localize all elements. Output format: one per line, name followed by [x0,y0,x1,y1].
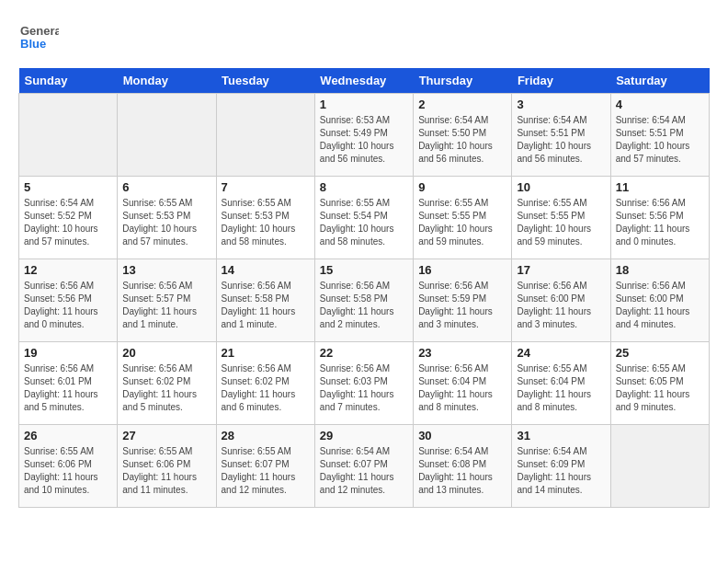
calendar-day-cell: 11Sunrise: 6:56 AM Sunset: 5:56 PM Dayli… [610,177,709,259]
day-number: 4 [616,98,704,111]
day-number: 6 [122,180,210,194]
day-info: Sunrise: 6:56 AM Sunset: 6:01 PM Dayligh… [24,362,112,414]
svg-text:General: General [20,24,59,38]
day-info: Sunrise: 6:55 AM Sunset: 6:06 PM Dayligh… [122,445,210,497]
header: General Blue [18,18,710,59]
calendar-day-cell: 13Sunrise: 6:56 AM Sunset: 5:57 PM Dayli… [118,259,216,342]
day-info: Sunrise: 6:54 AM Sunset: 6:07 PM Dayligh… [320,445,408,497]
calendar-day-cell: 5Sunrise: 6:54 AM Sunset: 5:52 PM Daylig… [19,177,118,259]
calendar-day-cell [216,94,314,177]
day-info: Sunrise: 6:54 AM Sunset: 6:08 PM Dayligh… [418,445,506,497]
calendar-table: SundayMondayTuesdayWednesdayThursdayFrid… [18,68,710,508]
calendar-week-row: 1Sunrise: 6:53 AM Sunset: 5:49 PM Daylig… [19,94,710,177]
day-number: 11 [616,180,704,194]
day-info: Sunrise: 6:54 AM Sunset: 5:52 PM Dayligh… [24,197,112,248]
day-number: 18 [616,263,704,277]
day-info: Sunrise: 6:56 AM Sunset: 5:59 PM Dayligh… [418,280,506,331]
day-info: Sunrise: 6:55 AM Sunset: 6:07 PM Dayligh… [222,445,310,497]
calendar-day-cell: 17Sunrise: 6:56 AM Sunset: 6:00 PM Dayli… [512,259,610,342]
calendar-day-cell: 28Sunrise: 6:55 AM Sunset: 6:07 PM Dayli… [216,425,314,508]
calendar-day-cell: 7Sunrise: 6:55 AM Sunset: 5:53 PM Daylig… [216,177,314,259]
day-info: Sunrise: 6:56 AM Sunset: 6:04 PM Dayligh… [418,362,506,414]
day-of-week-header: Friday [512,68,610,94]
day-info: Sunrise: 6:56 AM Sunset: 5:56 PM Dayligh… [24,280,112,331]
day-of-week-header: Monday [118,68,216,94]
calendar-day-cell: 22Sunrise: 6:56 AM Sunset: 6:03 PM Dayli… [314,342,413,425]
day-info: Sunrise: 6:54 AM Sunset: 5:51 PM Dayligh… [517,114,605,166]
day-number: 28 [222,429,310,442]
day-of-week-header: Sunday [19,68,118,94]
day-of-week-header: Thursday [414,68,512,94]
day-info: Sunrise: 6:54 AM Sunset: 5:51 PM Dayligh… [616,114,704,166]
calendar-day-cell: 20Sunrise: 6:56 AM Sunset: 6:02 PM Dayli… [118,342,216,425]
calendar-day-cell: 10Sunrise: 6:55 AM Sunset: 5:55 PM Dayli… [512,177,610,259]
calendar-day-cell: 14Sunrise: 6:56 AM Sunset: 5:58 PM Dayli… [216,259,314,342]
day-number: 23 [418,346,506,360]
calendar-day-cell: 24Sunrise: 6:55 AM Sunset: 6:04 PM Dayli… [512,342,610,425]
day-number: 24 [517,346,605,360]
day-info: Sunrise: 6:56 AM Sunset: 5:56 PM Dayligh… [616,197,704,248]
logo-svg: General Blue [18,18,59,59]
day-number: 26 [24,429,112,442]
calendar-day-cell: 18Sunrise: 6:56 AM Sunset: 6:00 PM Dayli… [610,259,709,342]
day-number: 13 [122,263,210,277]
day-number: 31 [517,429,605,442]
day-info: Sunrise: 6:54 AM Sunset: 6:09 PM Dayligh… [517,445,605,497]
day-number: 9 [418,180,506,194]
calendar-week-row: 26Sunrise: 6:55 AM Sunset: 6:06 PM Dayli… [19,425,710,508]
day-number: 8 [320,180,408,194]
calendar-week-row: 5Sunrise: 6:54 AM Sunset: 5:52 PM Daylig… [19,177,710,259]
logo: General Blue [18,18,59,59]
calendar-day-cell: 4Sunrise: 6:54 AM Sunset: 5:51 PM Daylig… [610,94,709,177]
calendar-day-cell: 2Sunrise: 6:54 AM Sunset: 5:50 PM Daylig… [414,94,512,177]
day-number: 12 [24,263,112,277]
calendar-day-cell [19,94,118,177]
day-number: 2 [418,98,506,111]
calendar-day-cell: 19Sunrise: 6:56 AM Sunset: 6:01 PM Dayli… [19,342,118,425]
calendar-day-cell: 29Sunrise: 6:54 AM Sunset: 6:07 PM Dayli… [314,425,413,508]
day-info: Sunrise: 6:55 AM Sunset: 5:55 PM Dayligh… [418,197,506,248]
svg-text:Blue: Blue [20,37,46,51]
day-info: Sunrise: 6:56 AM Sunset: 6:02 PM Dayligh… [122,362,210,414]
day-of-week-header: Tuesday [216,68,314,94]
day-info: Sunrise: 6:53 AM Sunset: 5:49 PM Dayligh… [320,114,408,166]
day-info: Sunrise: 6:56 AM Sunset: 6:02 PM Dayligh… [222,362,310,414]
day-number: 22 [320,346,408,360]
day-number: 15 [320,263,408,277]
day-info: Sunrise: 6:55 AM Sunset: 6:06 PM Dayligh… [24,445,112,497]
calendar-day-cell: 21Sunrise: 6:56 AM Sunset: 6:02 PM Dayli… [216,342,314,425]
day-of-week-header: Wednesday [314,68,413,94]
day-number: 30 [418,429,506,442]
calendar-day-cell: 16Sunrise: 6:56 AM Sunset: 5:59 PM Dayli… [414,259,512,342]
day-number: 20 [122,346,210,360]
day-number: 19 [24,346,112,360]
calendar-day-cell: 31Sunrise: 6:54 AM Sunset: 6:09 PM Dayli… [512,425,610,508]
day-info: Sunrise: 6:55 AM Sunset: 5:55 PM Dayligh… [517,197,605,248]
day-info: Sunrise: 6:55 AM Sunset: 6:05 PM Dayligh… [616,362,704,414]
day-number: 27 [122,429,210,442]
day-number: 5 [24,180,112,194]
day-number: 29 [320,429,408,442]
day-number: 3 [517,98,605,111]
calendar-header-row: SundayMondayTuesdayWednesdayThursdayFrid… [19,68,710,94]
day-info: Sunrise: 6:54 AM Sunset: 5:50 PM Dayligh… [418,114,506,166]
calendar-day-cell: 23Sunrise: 6:56 AM Sunset: 6:04 PM Dayli… [414,342,512,425]
day-info: Sunrise: 6:55 AM Sunset: 5:53 PM Dayligh… [222,197,310,248]
calendar-day-cell: 1Sunrise: 6:53 AM Sunset: 5:49 PM Daylig… [314,94,413,177]
day-info: Sunrise: 6:56 AM Sunset: 5:57 PM Dayligh… [122,280,210,331]
day-number: 14 [222,263,310,277]
day-info: Sunrise: 6:55 AM Sunset: 6:04 PM Dayligh… [517,362,605,414]
day-info: Sunrise: 6:55 AM Sunset: 5:53 PM Dayligh… [122,197,210,248]
day-info: Sunrise: 6:56 AM Sunset: 6:00 PM Dayligh… [616,280,704,331]
calendar-day-cell: 25Sunrise: 6:55 AM Sunset: 6:05 PM Dayli… [610,342,709,425]
day-number: 1 [320,98,408,111]
calendar-week-row: 19Sunrise: 6:56 AM Sunset: 6:01 PM Dayli… [19,342,710,425]
day-info: Sunrise: 6:56 AM Sunset: 5:58 PM Dayligh… [320,280,408,331]
calendar-week-row: 12Sunrise: 6:56 AM Sunset: 5:56 PM Dayli… [19,259,710,342]
calendar-day-cell: 26Sunrise: 6:55 AM Sunset: 6:06 PM Dayli… [19,425,118,508]
calendar-day-cell: 8Sunrise: 6:55 AM Sunset: 5:54 PM Daylig… [314,177,413,259]
calendar-day-cell [118,94,216,177]
day-number: 21 [222,346,310,360]
day-number: 10 [517,180,605,194]
day-info: Sunrise: 6:56 AM Sunset: 6:03 PM Dayligh… [320,362,408,414]
